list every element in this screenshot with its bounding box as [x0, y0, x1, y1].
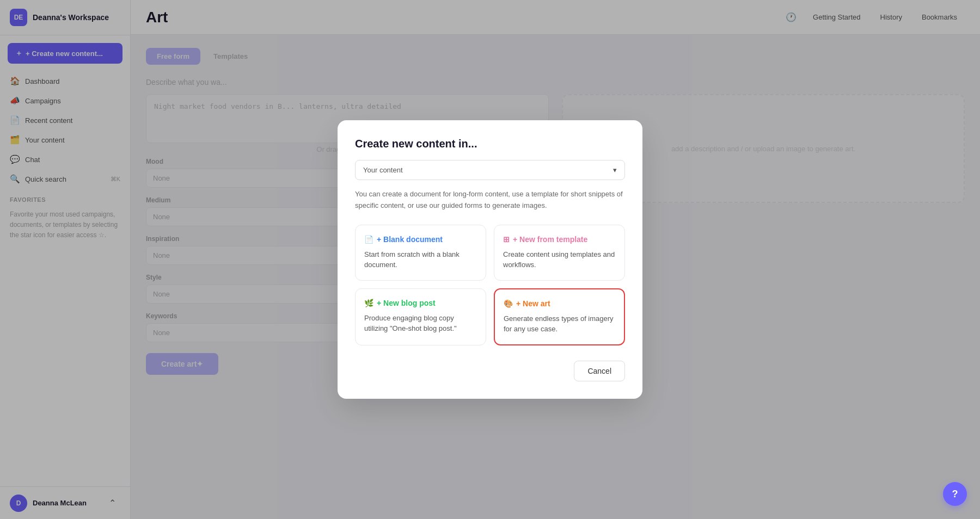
cancel-button[interactable]: Cancel: [574, 361, 625, 381]
blank-document-title: 📄 + Blank document: [364, 235, 477, 244]
modal-title: Create new content in...: [355, 138, 625, 150]
blank-document-icon: 📄: [364, 235, 373, 244]
template-icon: ⊞: [503, 235, 510, 244]
blog-icon: 🌿: [364, 299, 373, 307]
options-grid: 📄 + Blank document Start from scratch wi…: [355, 225, 625, 345]
blank-document-option[interactable]: 📄 + Blank document Start from scratch wi…: [355, 225, 486, 281]
modal-overlay[interactable]: Create new content in... Your content ▾ …: [0, 0, 980, 519]
modal-description: You can create a document for long-form …: [355, 189, 625, 212]
chevron-down-icon: ▾: [613, 166, 617, 174]
modal-footer: Cancel: [355, 361, 625, 381]
content-location-dropdown[interactable]: Your content ▾: [355, 160, 625, 180]
new-from-template-desc: Create content using templates and workf…: [503, 249, 616, 270]
new-from-template-option[interactable]: ⊞ + New from template Create content usi…: [494, 225, 625, 281]
dropdown-label: Your content: [363, 166, 403, 174]
new-art-desc: Generate endless types of imagery for an…: [504, 313, 615, 335]
new-blog-post-desc: Produce engaging blog copy utilizing "On…: [364, 313, 477, 334]
new-from-template-title: ⊞ + New from template: [503, 235, 616, 244]
new-art-option[interactable]: 🎨 + New art Generate endless types of im…: [494, 288, 625, 345]
art-icon: 🎨: [504, 299, 513, 308]
new-blog-post-option[interactable]: 🌿 + New blog post Produce engaging blog …: [355, 288, 486, 345]
blank-document-desc: Start from scratch with a blank document…: [364, 249, 477, 270]
create-content-modal: Create new content in... Your content ▾ …: [338, 120, 642, 399]
new-blog-post-title: 🌿 + New blog post: [364, 299, 477, 307]
help-button[interactable]: ?: [943, 482, 967, 506]
new-art-title: 🎨 + New art: [504, 299, 615, 308]
